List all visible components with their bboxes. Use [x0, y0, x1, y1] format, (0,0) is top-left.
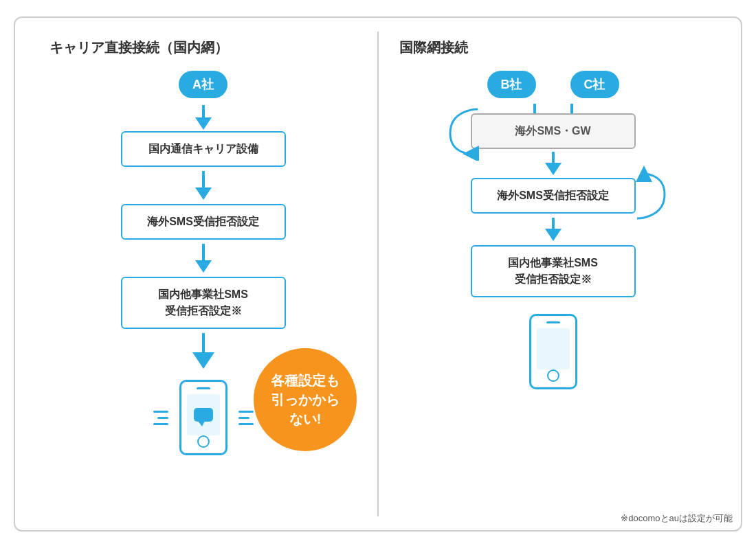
company-b-col: B社	[487, 71, 536, 104]
phone-icon-left	[179, 380, 227, 455]
vib-line	[238, 411, 254, 413]
company-c-col: C社	[570, 71, 619, 104]
arrow-1	[195, 105, 212, 130]
gw-row: 海外SMS・GW	[471, 113, 636, 149]
vib-line	[157, 417, 168, 419]
company-c-bubble: C社	[570, 71, 619, 98]
phone-screen	[187, 394, 220, 435]
arrow-4	[192, 333, 214, 369]
arrow-3	[195, 244, 212, 273]
right-box-3: 国内他事業社SMS 受信拒否設定※	[471, 245, 636, 297]
right-curved-arrow-svg	[634, 163, 671, 225]
footnote: ※docomoとauは設定が可能	[621, 512, 733, 525]
chat-bubble-icon	[194, 408, 213, 422]
left-box-3: 国内他事業社SMS 受信拒否設定※	[121, 277, 286, 329]
right-panel: 国際網接続 B社 C社	[386, 32, 720, 516]
panel-divider	[377, 32, 379, 516]
vib-line	[238, 423, 254, 425]
arrow-5	[545, 152, 562, 175]
arrow-6	[545, 218, 562, 241]
right-box2-container: 海外SMS受信拒否設定	[471, 178, 636, 214]
phone-with-vibration	[153, 380, 254, 455]
phone-icon-right	[529, 314, 577, 389]
left-box-1: 国内通信キャリア設備	[121, 131, 286, 167]
right-box-2: 海外SMS受信拒否設定	[471, 178, 636, 214]
right-curved-arrow-container	[634, 163, 671, 228]
left-box-2: 海外SMS受信拒否設定	[121, 204, 286, 240]
main-container: キャリア直接接続（国内網） A社 国内通信キャリア設備 海外SMS受信拒否設定	[14, 16, 742, 532]
vib-line	[153, 423, 168, 425]
vib-line	[153, 411, 168, 413]
gw-section: 海外SMS・GW 海外SMS受信拒否設定	[399, 104, 707, 389]
left-panel: キャリア直接接続（国内網） A社 国内通信キャリア設備 海外SMS受信拒否設定	[36, 32, 370, 516]
phone-right-container	[529, 314, 577, 389]
line-c	[570, 104, 573, 113]
curved-arrow-svg	[443, 99, 481, 161]
line-b	[533, 104, 536, 113]
company-a-bubble: A社	[179, 71, 227, 98]
gw-box: 海外SMS・GW	[471, 113, 636, 149]
phone-screen-right	[537, 328, 570, 369]
left-vibration	[153, 411, 168, 425]
left-panel-title: キャリア直接接続（国内網）	[49, 38, 228, 57]
right-vibration	[238, 411, 254, 425]
arrow-2	[195, 171, 212, 200]
right-panel-title: 国際網接続	[399, 38, 468, 57]
curved-arrow-container	[443, 99, 481, 163]
vib-line	[238, 417, 249, 419]
orange-circle: 各種設定も 引っかから ない!	[254, 348, 357, 451]
company-b-bubble: B社	[487, 71, 536, 98]
